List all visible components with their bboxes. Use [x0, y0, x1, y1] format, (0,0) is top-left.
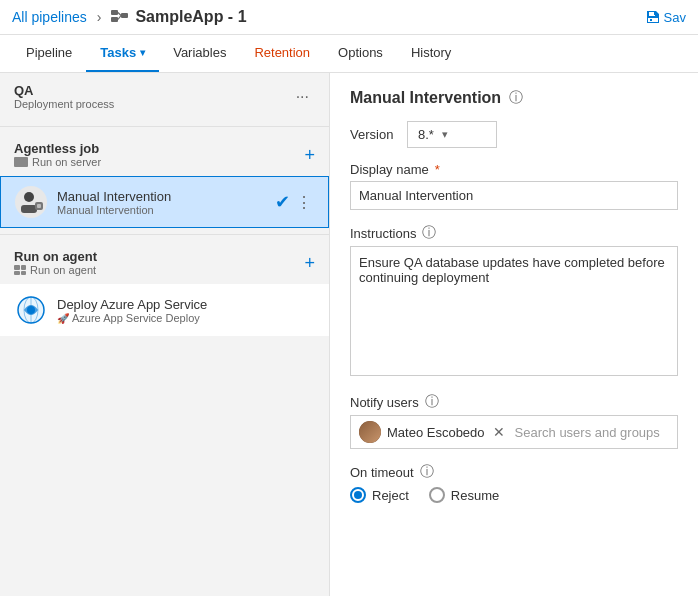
resume-radio[interactable]: Resume	[429, 487, 499, 503]
agent-job-title: Run on agent	[14, 249, 97, 264]
svg-line-3	[118, 12, 121, 15]
chevron-down-icon: ▾	[140, 47, 145, 58]
reject-radio[interactable]: Reject	[350, 487, 409, 503]
agent-job-section: Run on agent Run on agent +	[0, 241, 329, 336]
save-button[interactable]: Sav	[646, 10, 686, 25]
agentless-job-header: Agentless job Run on server +	[0, 133, 329, 176]
notify-users-input[interactable]: Mateo Escobedo ✕ Search users and groups	[350, 415, 678, 449]
remove-user-button[interactable]: ✕	[491, 424, 507, 440]
user-avatar-image	[359, 421, 381, 443]
timeout-radio-group: Reject Resume	[350, 487, 678, 503]
display-name-input[interactable]	[350, 181, 678, 210]
instructions-field: Instructions ⓘ Ensure QA database update…	[350, 224, 678, 379]
version-label: Version	[350, 127, 393, 142]
azure-deploy-task[interactable]: Deploy Azure App Service 🚀Azure App Serv…	[0, 284, 329, 336]
agentless-job-sub: Run on server	[14, 156, 101, 168]
agentless-job-section: Agentless job Run on server +	[0, 133, 329, 228]
timeout-info-icon[interactable]: ⓘ	[420, 463, 434, 481]
save-label: Sav	[664, 10, 686, 25]
svg-point-5	[24, 192, 34, 202]
svg-rect-2	[121, 13, 128, 18]
manual-task-name: Manual Intervention	[57, 189, 265, 204]
left-panel: QA Deployment process ··· Agentless job …	[0, 73, 330, 596]
add-agent-task-button[interactable]: +	[304, 254, 315, 272]
azure-deploy-icon	[15, 294, 47, 326]
divider	[0, 126, 329, 127]
tab-history[interactable]: History	[397, 35, 465, 72]
agent-job-sub: Run on agent	[14, 264, 97, 276]
tab-variables[interactable]: Variables	[159, 35, 240, 72]
tab-retention[interactable]: Retention	[240, 35, 324, 72]
resume-radio-outer	[429, 487, 445, 503]
breadcrumb-link[interactable]: All pipelines	[12, 9, 87, 25]
agentless-sub-text: Run on server	[32, 156, 101, 168]
user-name: Mateo Escobedo	[387, 425, 485, 440]
azure-task-sub: 🚀Azure App Service Deploy	[57, 312, 314, 324]
header: All pipelines › SampleApp - 1 Sav	[0, 0, 698, 35]
tab-options[interactable]: Options	[324, 35, 397, 72]
display-name-label: Display name *	[350, 162, 678, 177]
notify-users-field: Notify users ⓘ Mateo Escobedo ✕ Search u…	[350, 393, 678, 449]
notify-info-icon[interactable]: ⓘ	[425, 393, 439, 411]
instructions-label: Instructions ⓘ	[350, 224, 678, 242]
instructions-info-icon[interactable]: ⓘ	[422, 224, 436, 242]
manual-intervention-task[interactable]: Manual Intervention Manual Intervention …	[0, 176, 329, 228]
agent-job-header: Run on agent Run on agent +	[0, 241, 329, 284]
azure-task-info: Deploy Azure App Service 🚀Azure App Serv…	[57, 297, 314, 324]
version-select[interactable]: 8.* ▾	[407, 121, 497, 148]
pipeline-icon	[111, 9, 129, 26]
task-avatar	[15, 186, 47, 218]
display-name-field: Display name *	[350, 162, 678, 210]
version-value: 8.*	[418, 127, 434, 142]
server-icon	[14, 157, 28, 167]
add-agentless-task-button[interactable]: +	[304, 146, 315, 164]
header-right: Sav	[646, 10, 686, 25]
required-marker: *	[435, 162, 440, 177]
svg-rect-0	[111, 10, 118, 15]
main-content: QA Deployment process ··· Agentless job …	[0, 73, 698, 596]
reject-radio-inner	[354, 491, 362, 499]
manual-task-sub: Manual Intervention	[57, 204, 265, 216]
svg-rect-6	[21, 205, 37, 213]
page-title: SampleApp - 1	[135, 8, 246, 26]
tab-tasks[interactable]: Tasks ▾	[86, 35, 159, 72]
manual-task-dots-button[interactable]: ⋮	[294, 193, 314, 212]
agent-sub-text: Run on agent	[30, 264, 96, 276]
panel-title-text: Manual Intervention	[350, 89, 501, 107]
manual-task-actions: ✔ ⋮	[275, 191, 314, 213]
breadcrumb-separator: ›	[97, 9, 102, 25]
svg-rect-1	[111, 17, 118, 22]
panel-title: Manual Intervention ⓘ	[350, 89, 678, 107]
agent-sub-icon	[14, 265, 26, 275]
header-left: All pipelines › SampleApp - 1	[12, 8, 247, 26]
nav-tabs: Pipeline Tasks ▾ Variables Retention Opt…	[0, 35, 698, 73]
notify-users-label: Notify users ⓘ	[350, 393, 678, 411]
svg-rect-8	[37, 204, 41, 208]
instructions-textarea[interactable]: Ensure QA database updates have complete…	[350, 246, 678, 376]
tab-pipeline[interactable]: Pipeline	[12, 35, 86, 72]
agentless-job-info: Agentless job Run on server	[14, 141, 101, 168]
check-icon: ✔	[275, 191, 290, 213]
agent-job-info: Run on agent Run on agent	[14, 249, 97, 276]
right-panel: Manual Intervention ⓘ Version 8.* ▾ Disp…	[330, 73, 698, 596]
resume-label: Resume	[451, 488, 499, 503]
chevron-down-icon: ▾	[442, 128, 448, 141]
version-dropdown[interactable]: 8.* ▾	[407, 121, 497, 148]
stage-sub: Deployment process	[14, 98, 114, 110]
agentless-job-title: Agentless job	[14, 141, 101, 156]
svg-line-4	[118, 15, 121, 19]
manual-task-info: Manual Intervention Manual Intervention	[57, 189, 265, 216]
title-info-icon[interactable]: ⓘ	[509, 89, 523, 107]
user-tag: Mateo Escobedo ✕	[359, 421, 507, 443]
stage-info: QA Deployment process	[14, 83, 114, 110]
search-users-placeholder[interactable]: Search users and groups	[515, 425, 660, 440]
stage-ellipsis-button[interactable]: ···	[290, 86, 315, 108]
divider2	[0, 234, 329, 235]
on-timeout-label: On timeout ⓘ	[350, 463, 678, 481]
stage-header: QA Deployment process ···	[0, 73, 329, 120]
azure-task-name: Deploy Azure App Service	[57, 297, 314, 312]
reject-radio-outer	[350, 487, 366, 503]
reject-label: Reject	[372, 488, 409, 503]
user-avatar	[359, 421, 381, 443]
version-field: Version 8.* ▾	[350, 121, 678, 148]
